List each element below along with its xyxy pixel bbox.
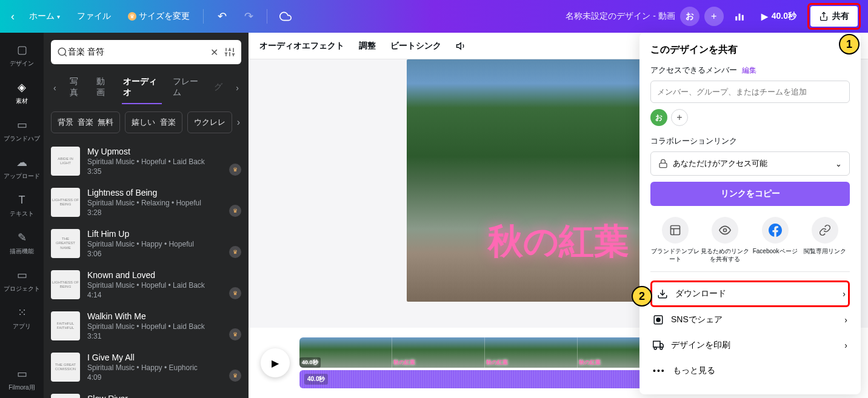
link-icon xyxy=(812,217,838,244)
adjust-button[interactable]: 調整 xyxy=(359,41,376,51)
more-row[interactable]: ••• もっと見る xyxy=(650,358,850,383)
track-item[interactable]: FAITHFUL FAITHFUL Walkin With Me Spiritu… xyxy=(51,305,241,347)
pill-bg[interactable]: 背景 音楽 無料 xyxy=(51,111,120,133)
play-button[interactable]: ▶ xyxy=(261,348,290,377)
add-member-button[interactable]: + xyxy=(704,7,724,26)
design-title[interactable]: 名称未設定のデザイン - 動画 xyxy=(566,11,675,22)
print-row[interactable]: デザインを印刷 › xyxy=(650,333,850,358)
svg-marker-25 xyxy=(660,343,663,347)
download-row[interactable]: ダウンロード › xyxy=(650,280,850,307)
track-item[interactable]: LIGHTNESS OF Slow River ♛ xyxy=(51,388,241,398)
folder-icon: ▭ xyxy=(15,366,29,381)
tabs-next[interactable]: › xyxy=(233,81,241,95)
beat-sync-button[interactable]: ビートシンク xyxy=(390,41,441,51)
add-member-plus[interactable]: + xyxy=(671,109,688,126)
folder-icon: ▭ xyxy=(15,268,29,282)
pill-happy[interactable]: 嬉しい 音楽 xyxy=(125,111,182,133)
undo-button[interactable]: ↶ xyxy=(211,5,233,27)
copy-link-button[interactable]: リンクをコピー xyxy=(650,182,850,206)
volume-icon[interactable] xyxy=(456,41,467,51)
track-item[interactable]: LIGHTNESS OF BEING Known and Loved Spiri… xyxy=(51,264,241,305)
rail-brand[interactable]: ▭ブランドハブ xyxy=(0,111,44,149)
track-thumb: THE GREAT COMISSION xyxy=(51,353,80,382)
clear-search-button[interactable]: ✕ xyxy=(208,44,221,61)
cloud-sync-icon[interactable] xyxy=(275,5,296,27)
rail-apps[interactable]: ⁙アプリ xyxy=(0,299,44,337)
track-thumb: LIGHTNESS OF xyxy=(51,394,80,398)
premium-badge-icon: ♛ xyxy=(229,205,241,217)
search-input[interactable] xyxy=(68,47,208,57)
share-opt-brand-template[interactable]: ブランドテンプレート xyxy=(651,217,699,263)
resize-menu[interactable]: ♛サイズを変更 xyxy=(122,6,196,27)
track-thumb: ABIDE IN LIGHT xyxy=(51,147,80,176)
share-opt-facebook[interactable]: Facebookページ xyxy=(751,217,800,263)
pills-next[interactable]: › xyxy=(237,117,240,128)
share-panel: このデザインを共有 アクセスできるメンバー 編集 お + コラボレーションリンク… xyxy=(639,33,861,394)
link-permission-select[interactable]: あなただけがアクセス可能 ⌄ xyxy=(650,151,850,176)
search-box: ✕ xyxy=(51,40,241,64)
track-thumb: FAITHFUL FAITHFUL xyxy=(51,311,80,340)
audio-effect-button[interactable]: オーディオエフェクト xyxy=(259,41,344,51)
analytics-button[interactable] xyxy=(729,5,750,27)
pill-ukulele[interactable]: ウクレレ xyxy=(187,111,232,133)
svg-marker-15 xyxy=(457,42,461,49)
member-avatar[interactable]: お xyxy=(650,109,667,126)
rail-text[interactable]: Tテキスト xyxy=(0,187,44,224)
track-title: Known and Loved xyxy=(87,270,241,280)
briefcase-icon: ▭ xyxy=(15,118,29,132)
eye-icon xyxy=(712,217,738,244)
tab-photo[interactable]: 写真 xyxy=(68,71,85,104)
premium-badge-icon: ♛ xyxy=(229,164,241,176)
svg-line-5 xyxy=(64,54,66,56)
sns-share-row[interactable]: SNSでシェア › xyxy=(650,307,850,333)
premium-badge-icon: ♛ xyxy=(229,287,241,299)
tab-audio[interactable]: オーディオ xyxy=(122,71,161,104)
track-item[interactable]: ABIDE IN LIGHT My Upmost Spiritual Music… xyxy=(51,141,241,182)
track-thumb: LIGHTNESS OF BEING xyxy=(51,270,80,299)
duration-display[interactable]: ▶ 40.0秒 xyxy=(755,7,803,25)
rail-elements[interactable]: ◈素材 xyxy=(0,74,44,111)
rail-filmora[interactable]: ▭Filmora用 xyxy=(0,360,44,398)
track-item[interactable]: THE GREAT COMISSION I Give My All Spirit… xyxy=(51,347,241,388)
rail-projects[interactable]: ▭プロジェクト xyxy=(0,262,44,299)
user-avatar[interactable]: お xyxy=(680,7,699,26)
share-panel-title: このデザインを共有 xyxy=(650,44,850,56)
track-list[interactable]: ABIDE IN LIGHT My Upmost Spiritual Music… xyxy=(44,141,249,398)
track-item[interactable]: LIGHTNESS OF BEING Lightness of Being Sp… xyxy=(51,182,241,223)
chevron-right-icon: › xyxy=(843,289,846,299)
access-members-label: アクセスできるメンバー 編集 xyxy=(650,65,850,76)
collab-link-label: コラボレーションリンク xyxy=(650,136,850,147)
search-icon xyxy=(57,47,68,58)
share-opt-viewonly-link[interactable]: 閲覧専用リンク xyxy=(801,217,849,263)
print-icon xyxy=(653,340,664,351)
track-item[interactable]: THE GREATEST NAME Lift Him Up Spiritual … xyxy=(51,223,241,264)
share-button[interactable]: 共有 xyxy=(810,6,858,27)
redo-button[interactable]: ↷ xyxy=(238,5,259,27)
track-title: Walkin With Me xyxy=(87,311,241,321)
share-highlight: 共有 xyxy=(807,3,861,30)
template-icon xyxy=(662,217,689,244)
more-icon: ••• xyxy=(653,366,666,376)
rail-upload[interactable]: ☁アップロード xyxy=(0,149,44,187)
track-sub: Spiritual Music • Happy • Hopeful xyxy=(87,240,241,248)
edit-members-link[interactable]: 編集 xyxy=(742,65,756,76)
tab-video[interactable]: 動画 xyxy=(95,71,112,104)
member-input[interactable] xyxy=(650,81,850,103)
track-sub: Spiritual Music • Hopeful • Laid Back xyxy=(87,158,241,166)
tab-frame[interactable]: フレーム xyxy=(172,71,204,104)
rail-design[interactable]: ▢デザイン xyxy=(0,36,44,74)
share-opt-view-link[interactable]: 見るためのリンクを共有する xyxy=(701,217,749,263)
file-menu[interactable]: ファイル xyxy=(71,6,117,27)
rail-draw[interactable]: ✎描画機能 xyxy=(0,224,44,262)
track-sub: Spiritual Music • Happy • Euphoric xyxy=(87,363,241,372)
tab-more[interactable]: グ xyxy=(213,77,224,99)
tabs-prev[interactable]: ‹ xyxy=(51,81,59,95)
back-button[interactable]: ‹ xyxy=(7,7,18,27)
track-title: My Upmost xyxy=(87,147,241,156)
track-title: Lightness of Being xyxy=(87,188,241,197)
search-settings-icon[interactable] xyxy=(224,47,235,58)
home-menu[interactable]: ホーム ▾ xyxy=(23,6,66,27)
chevron-right-icon: › xyxy=(844,315,847,325)
chevron-down-icon: ⌄ xyxy=(835,159,842,168)
facebook-icon xyxy=(762,217,789,244)
